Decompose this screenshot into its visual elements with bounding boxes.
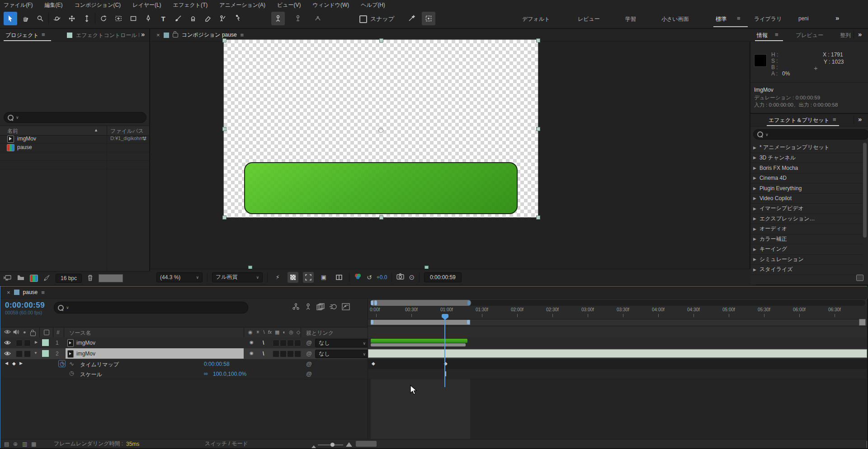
switch-box[interactable] bbox=[287, 340, 294, 346]
property-name[interactable]: タイムリマップ bbox=[80, 361, 119, 369]
selection-tool[interactable] bbox=[4, 12, 17, 25]
shape-star-tool-icon[interactable] bbox=[405, 12, 418, 25]
effects-category[interactable]: ▶Video Copilot bbox=[750, 194, 863, 204]
toggle-panes-icon-3[interactable]: ▥ bbox=[22, 441, 27, 447]
audio-toggle[interactable] bbox=[16, 351, 23, 357]
expand-arrow[interactable]: ▶ bbox=[35, 340, 38, 344]
selection-handle[interactable] bbox=[222, 38, 226, 42]
switch-box[interactable] bbox=[294, 351, 301, 357]
time-navigator[interactable] bbox=[370, 300, 865, 306]
scale-row[interactable]: ◷ スケール ∞ 100.0,100.0% @ bbox=[0, 369, 368, 379]
channels-icon[interactable] bbox=[354, 273, 362, 281]
workspace-default[interactable]: デフォルト bbox=[522, 15, 550, 23]
selection-handle[interactable] bbox=[379, 215, 383, 220]
effects-category[interactable]: ▶Boris FX Mocha bbox=[750, 163, 863, 173]
effects-category[interactable]: ▶キーイング bbox=[750, 244, 863, 255]
layer-anchor-point[interactable] bbox=[378, 128, 383, 133]
workspace-standard[interactable]: 標準 bbox=[716, 15, 726, 23]
timeline-zoom-slider[interactable] bbox=[318, 444, 343, 445]
exposure-value[interactable]: +0.0 bbox=[377, 274, 387, 281]
effects-presets-more-icon[interactable]: » bbox=[858, 115, 862, 123]
effects-category[interactable]: ▶エクスプレッション… bbox=[750, 214, 863, 224]
transparency-grid-icon[interactable] bbox=[288, 272, 298, 283]
dolly-camera-tool[interactable] bbox=[80, 12, 94, 25]
frame-blending-icon[interactable] bbox=[316, 303, 325, 312]
menu-file[interactable]: ファイル(F) bbox=[4, 1, 33, 9]
time-ruler[interactable]: 0:00f 00:30f 01:00f 01:30f 02:00f 02:30f… bbox=[368, 299, 867, 327]
motion-blur-icon[interactable] bbox=[329, 303, 337, 312]
effects-category[interactable]: ▶スタイライズ bbox=[750, 265, 863, 275]
text-tool[interactable]: T bbox=[156, 12, 170, 25]
layer1-bar-tail[interactable] bbox=[371, 343, 466, 346]
selection-handle[interactable] bbox=[536, 127, 540, 131]
brush-tool[interactable] bbox=[171, 12, 185, 25]
comp-tab-close-icon[interactable]: × bbox=[156, 32, 160, 38]
source-name-column-header[interactable]: ソース名 bbox=[69, 329, 91, 337]
navigator-start-handle2[interactable] bbox=[374, 300, 377, 305]
selection-handle[interactable] bbox=[222, 127, 226, 131]
menu-animation[interactable]: アニメーション(A) bbox=[219, 1, 265, 9]
align-tab[interactable]: 整列 bbox=[840, 32, 851, 39]
workspace-peni[interactable]: peni bbox=[798, 15, 809, 22]
mask-visibility-icon[interactable]: ▣ bbox=[318, 272, 329, 283]
menu-help[interactable]: ヘルプ(H) bbox=[361, 1, 385, 9]
workspace-review[interactable]: レビュー bbox=[578, 15, 600, 23]
effects-category[interactable]: ▶カラー補正 bbox=[750, 234, 863, 245]
green-bar-layer[interactable] bbox=[244, 162, 518, 214]
comp-lock-icon[interactable] bbox=[173, 33, 178, 37]
timeline-tab-close-icon[interactable]: × bbox=[7, 289, 10, 296]
effects-category[interactable]: ▶イマーシブビデオ bbox=[750, 204, 863, 214]
graph-editor-icon[interactable] bbox=[342, 303, 350, 312]
navigator-start-handle[interactable] bbox=[371, 300, 373, 305]
parent-dropdown[interactable]: なし∨ bbox=[315, 339, 369, 347]
effects-category[interactable]: ▶オーディオ bbox=[750, 224, 863, 234]
hand-tool[interactable] bbox=[19, 12, 32, 25]
effects-scrollbar[interactable] bbox=[863, 143, 867, 238]
menu-composition[interactable]: コンポジション(C) bbox=[74, 1, 121, 9]
effect-controls-tab[interactable]: エフェクトコントロール ImgMov bbox=[76, 32, 139, 39]
playhead-line[interactable] bbox=[444, 319, 445, 387]
project-col-path[interactable]: ファイルパス bbox=[110, 127, 144, 135]
switch-box[interactable] bbox=[280, 340, 287, 346]
keyframe-diamond[interactable]: ◆ bbox=[372, 361, 375, 366]
menu-view[interactable]: ビュー(V) bbox=[277, 1, 301, 9]
keyframe-set-icon[interactable]: ◆ bbox=[12, 361, 16, 366]
workspace-learn[interactable]: 学習 bbox=[625, 15, 636, 23]
eye-toggle[interactable] bbox=[4, 340, 11, 346]
zoom-tool[interactable] bbox=[33, 12, 47, 25]
switch-box[interactable] bbox=[273, 351, 279, 357]
preview-tab[interactable]: プレビュー bbox=[796, 32, 823, 39]
camera-tool[interactable] bbox=[112, 12, 125, 25]
quality-switch[interactable]: \ bbox=[263, 340, 264, 346]
timeline-search-input[interactable]: ∨ bbox=[54, 302, 248, 313]
interpret-footage-icon[interactable] bbox=[4, 275, 12, 282]
new-folder-icon[interactable] bbox=[17, 275, 24, 282]
layer-name[interactable]: imgMov bbox=[76, 340, 95, 346]
ruler-end-handle[interactable] bbox=[859, 319, 866, 326]
collapse-switch[interactable]: ◉ bbox=[250, 340, 254, 345]
parent-dropdown[interactable]: なし∨ bbox=[315, 350, 369, 358]
project-tab-menu-icon[interactable]: ≡ bbox=[42, 31, 45, 38]
view-layout-icon[interactable] bbox=[334, 272, 344, 283]
selection-handle[interactable] bbox=[379, 38, 383, 42]
work-area-start[interactable] bbox=[371, 320, 373, 324]
toggle-panes-icon-1[interactable]: ▤ bbox=[4, 441, 9, 447]
keyframe-prev-icon[interactable]: ◀ bbox=[5, 361, 8, 365]
layer1-bar[interactable] bbox=[371, 339, 467, 343]
roto-brush-tool[interactable] bbox=[216, 12, 230, 25]
layer-label-chip[interactable] bbox=[42, 339, 49, 346]
trash-icon[interactable] bbox=[87, 275, 93, 282]
snap-checkbox[interactable] bbox=[359, 15, 367, 23]
selection-handle[interactable] bbox=[536, 38, 540, 42]
graph-toggle-icon[interactable]: ∿ bbox=[69, 360, 74, 367]
effects-category[interactable]: ▶* アニメーションプリセット bbox=[750, 143, 863, 153]
effects-category[interactable]: ▶Plugin Everything bbox=[750, 183, 863, 194]
comp-tab-label[interactable]: コンポジション pause bbox=[182, 31, 237, 39]
workspace-library[interactable]: ライブラリ bbox=[754, 15, 782, 23]
layer-row-1[interactable]: ▶ 1 imgMov ◉ \ @ なし∨ bbox=[0, 337, 368, 349]
timeline-h-scrollbar[interactable] bbox=[356, 441, 377, 447]
show-snapshot-icon[interactable]: ⊙ bbox=[409, 273, 415, 281]
current-timecode[interactable]: 0:00:00:59 bbox=[5, 301, 45, 310]
collapse-switch[interactable]: ◉ bbox=[250, 351, 254, 355]
effects-presets-tab[interactable]: エフェクト＆プリセット bbox=[769, 117, 830, 124]
